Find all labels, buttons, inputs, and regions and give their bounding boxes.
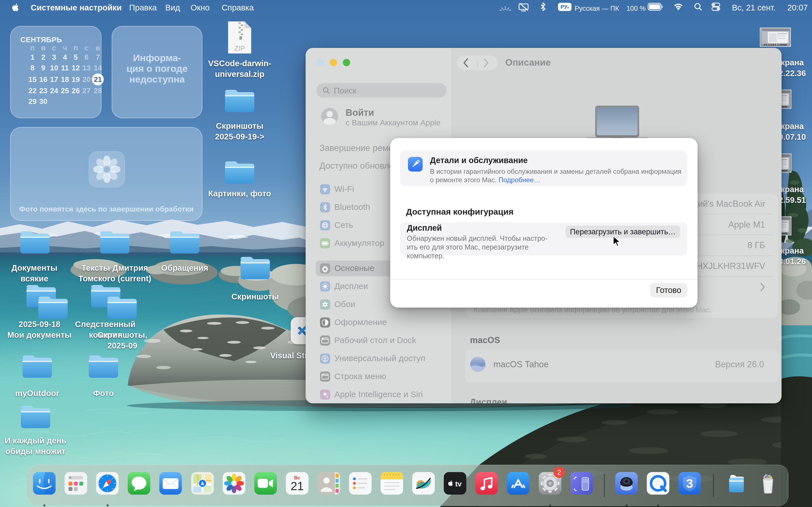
svg-text:21: 21 (291, 480, 304, 493)
svg-text:3: 3 (686, 476, 693, 490)
svg-text:tv: tv (455, 480, 462, 488)
